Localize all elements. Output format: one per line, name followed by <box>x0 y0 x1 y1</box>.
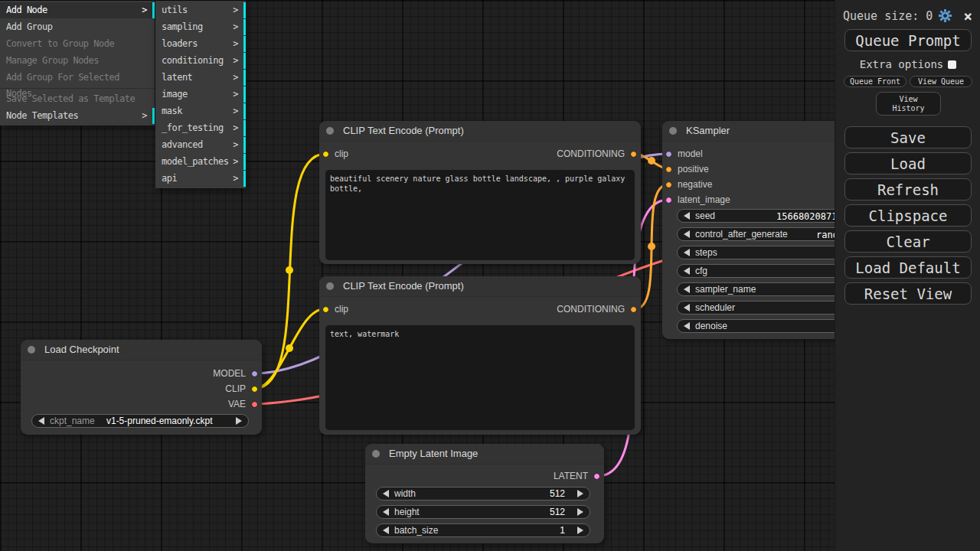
slot-dot-vae[interactable] <box>251 401 258 408</box>
decrement-arrow-icon[interactable] <box>684 322 690 330</box>
queue-prompt-button[interactable]: Queue Prompt <box>844 29 972 51</box>
increment-arrow-icon[interactable] <box>577 527 583 534</box>
menu-item-node-templates[interactable]: Node Templates > <box>0 108 155 124</box>
increment-arrow-icon[interactable] <box>236 417 242 425</box>
slot-label: positive <box>678 164 709 174</box>
slot-dot-clip[interactable] <box>322 306 329 313</box>
link-midpoint-dot <box>648 243 655 250</box>
slot-dot-conditioning[interactable] <box>630 306 637 313</box>
decrement-arrow-icon[interactable] <box>383 508 389 516</box>
widget-label: width <box>394 488 416 499</box>
increment-arrow-icon[interactable] <box>577 490 583 497</box>
slot-dot-clip[interactable] <box>251 386 258 393</box>
decrement-arrow-icon[interactable] <box>383 527 389 534</box>
submenu-item-latent[interactable]: latent > <box>155 70 246 86</box>
node-clip-text-encode-1[interactable]: CLIP Text Encode (Prompt) clip CONDITION… <box>319 121 641 264</box>
submenu-item-api[interactable]: api > <box>155 171 246 187</box>
slot-dot-conditioning[interactable] <box>665 181 672 188</box>
collapse-dot-icon[interactable] <box>669 127 677 135</box>
increment-arrow-icon[interactable] <box>577 508 583 516</box>
slot-label: negative <box>678 179 712 190</box>
clipspace-button[interactable]: Clipspace <box>844 204 972 227</box>
decrement-arrow-icon[interactable] <box>684 267 690 275</box>
slot-dot-clip[interactable] <box>322 151 329 158</box>
node-clip-text-encode-2[interactable]: CLIP Text Encode (Prompt) clip CONDITION… <box>319 276 641 435</box>
input-slot-latent-image[interactable]: latent_image <box>665 192 730 207</box>
decrement-arrow-icon[interactable] <box>38 417 44 425</box>
node-title-bar[interactable]: CLIP Text Encode (Prompt) <box>319 276 641 297</box>
widget-ckpt-name[interactable]: ckpt_name v1-5-pruned-emaonly.ckpt <box>31 414 249 428</box>
decrement-arrow-icon[interactable] <box>684 212 690 220</box>
collapse-dot-icon[interactable] <box>28 346 35 354</box>
widget-width[interactable]: width 512 <box>376 487 590 500</box>
clear-button[interactable]: Clear <box>844 230 972 253</box>
view-queue-button[interactable]: View Queue <box>910 76 972 87</box>
node-load-checkpoint[interactable]: Load Checkpoint MODEL CLIP VAE ckpt_name… <box>21 340 262 435</box>
widget-height[interactable]: height 512 <box>376 505 590 519</box>
input-slot-model[interactable]: model <box>665 146 703 161</box>
extra-options-label: Extra options <box>860 58 944 70</box>
node-title-bar[interactable]: Empty Latent Image <box>365 444 604 465</box>
output-slot-model[interactable]: MODEL <box>213 366 258 381</box>
collapse-dot-icon[interactable] <box>326 127 334 135</box>
queue-front-button[interactable]: Queue Front <box>844 76 906 87</box>
slot-label: clip <box>335 148 348 159</box>
decrement-arrow-icon[interactable] <box>684 249 690 256</box>
submenu-item-advanced[interactable]: advanced > <box>155 137 246 153</box>
node-title-bar[interactable]: Load Checkpoint <box>21 340 262 360</box>
reset-view-button[interactable]: Reset View <box>844 282 972 305</box>
widget-batch-size[interactable]: batch_size 1 <box>376 523 590 537</box>
submenu-item-model-patches[interactable]: model_patches > <box>155 154 246 170</box>
slot-dot-conditioning[interactable] <box>630 151 637 158</box>
widget-value: v1-5-pruned-emaonly.ckpt <box>106 416 213 426</box>
decrement-arrow-icon[interactable] <box>383 490 389 497</box>
node-empty-latent-image[interactable]: Empty Latent Image LATENT width 512 heig… <box>365 444 604 543</box>
input-slot-negative[interactable]: negative <box>665 177 712 192</box>
widget-label: sampler_name <box>695 284 756 295</box>
slot-dot-model[interactable] <box>251 370 258 377</box>
load-default-button[interactable]: Load Default <box>844 256 972 279</box>
submenu-item-utils[interactable]: utils > <box>155 2 246 18</box>
prompt-textarea[interactable]: beautiful scenery nature glass bottle la… <box>325 170 635 260</box>
menu-item-add-group[interactable]: Add Group <box>0 19 155 35</box>
input-slot-clip[interactable]: clip <box>322 146 348 161</box>
submenu-item-loaders[interactable]: loaders > <box>155 36 246 52</box>
decrement-arrow-icon[interactable] <box>684 285 690 293</box>
slot-dot-latent[interactable] <box>593 473 600 480</box>
close-icon[interactable]: × <box>964 9 972 23</box>
submenu-arrow-icon: > <box>233 103 238 119</box>
node-title: CLIP Text Encode (Prompt) <box>343 121 464 141</box>
submenu-item-sampling[interactable]: sampling > <box>155 19 246 35</box>
submenu-item-for-testing[interactable]: _for_testing > <box>155 120 246 136</box>
collapse-dot-icon[interactable] <box>326 282 334 290</box>
refresh-button[interactable]: Refresh <box>844 178 972 201</box>
slot-dot-latent[interactable] <box>665 197 672 204</box>
submenu-item-mask[interactable]: mask > <box>155 103 246 119</box>
collapse-dot-icon[interactable] <box>372 450 380 458</box>
slot-dot-model[interactable] <box>665 151 672 158</box>
node-title-bar[interactable]: CLIP Text Encode (Prompt) <box>319 121 641 142</box>
input-slot-positive[interactable]: positive <box>665 161 709 177</box>
input-slot-clip[interactable]: clip <box>322 302 348 317</box>
load-button[interactable]: Load <box>844 152 972 174</box>
output-slot-conditioning[interactable]: CONDITIONING <box>557 302 637 317</box>
slot-dot-conditioning[interactable] <box>665 166 672 173</box>
submenu-item-conditioning[interactable]: conditioning > <box>155 53 246 69</box>
output-slot-conditioning[interactable]: CONDITIONING <box>557 146 637 161</box>
view-history-button[interactable]: View History <box>876 92 941 116</box>
decrement-arrow-icon[interactable] <box>684 230 690 238</box>
save-button[interactable]: Save <box>844 126 972 148</box>
widget-label: scheduler <box>695 302 735 313</box>
slot-label: CONDITIONING <box>557 304 625 315</box>
extra-options-checkbox[interactable] <box>948 60 956 69</box>
prompt-textarea[interactable]: text, watermark <box>325 325 635 430</box>
submenu-arrow-icon: > <box>142 2 147 18</box>
menu-item-add-node[interactable]: Add Node > <box>0 2 155 18</box>
decrement-arrow-icon[interactable] <box>684 304 690 311</box>
slot-label: LATENT <box>554 471 588 481</box>
submenu-item-image[interactable]: image > <box>155 86 246 103</box>
output-slot-clip[interactable]: CLIP <box>225 381 258 396</box>
settings-gear-icon[interactable] <box>938 8 952 23</box>
output-slot-vae[interactable]: VAE <box>228 396 258 412</box>
output-slot-latent[interactable]: LATENT <box>554 468 600 484</box>
